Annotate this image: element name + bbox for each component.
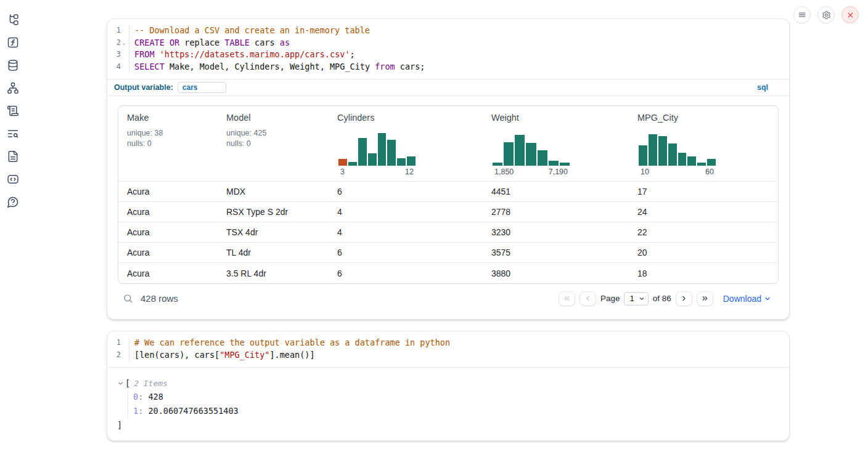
line-number: 2 — [107, 349, 129, 362]
python-code-editor[interactable]: 12 # We can reference the output variabl… — [107, 331, 789, 367]
table-cell: 4451 — [483, 187, 629, 196]
column-header-model: Model unique: 425 nulls: 0 — [218, 106, 329, 181]
table-cell: MDX — [218, 187, 329, 196]
database-icon[interactable] — [6, 59, 20, 72]
histogram-bar — [358, 138, 367, 166]
column-header-cylinders: Cylinders 3 12 — [329, 106, 483, 181]
stat-unique: unique: 425 — [226, 128, 266, 139]
line-number-gutter: 12⌄34 — [107, 25, 129, 73]
shutdown-close-icon[interactable] — [841, 6, 859, 23]
table-row[interactable]: AcuraTSX 4dr4323022 — [118, 222, 778, 243]
table-cell: 3575 — [483, 248, 629, 257]
code-line: FROM 'https://datasets.marimo.app/cars.c… — [134, 49, 789, 61]
column-title: Model — [226, 113, 251, 123]
tree-entry-index: 0: — [133, 392, 143, 402]
table-cell: 24 — [629, 207, 778, 217]
table-cell: Acura — [118, 207, 218, 217]
line-number: 1 — [107, 25, 129, 37]
page-number-value: 1 — [629, 294, 634, 303]
histogram-bar — [658, 136, 667, 166]
python-cell: 12 # We can reference the output variabl… — [107, 331, 790, 441]
data-table: Make unique: 38 nulls: 0 Model unique: 4… — [118, 105, 779, 284]
help-icon[interactable] — [6, 195, 20, 209]
sql-cell-output: Make unique: 38 nulls: 0 Model unique: 4… — [107, 96, 789, 319]
histogram-bar — [549, 161, 559, 166]
top-actions — [793, 6, 859, 23]
code-line: [len(cars), cars["MPG_City"].mean()] — [134, 349, 789, 362]
output-variable-input[interactable] — [178, 82, 226, 93]
output-tree: [ 2 Items 0: 4281: 20.060747663551403 ] — [117, 376, 779, 432]
page-label: Page — [600, 294, 620, 303]
stat-unique: unique: 38 — [127, 128, 163, 139]
line-number: 2⌄ — [107, 37, 129, 49]
sidebar — [6, 13, 20, 209]
python-cell-output: [ 2 Items 0: 4281: 20.060747663551403 ] — [107, 367, 789, 440]
stat-nulls: nulls: 0 — [226, 139, 266, 149]
settings-gear-icon[interactable] — [817, 6, 835, 23]
column-title: Cylinders — [337, 113, 374, 123]
histogram-bar — [387, 140, 396, 166]
histogram-max-label: 60 — [705, 168, 714, 176]
chevron-down-icon — [639, 296, 645, 302]
table-cell: Acura — [118, 227, 218, 237]
histogram-bar — [707, 159, 716, 166]
function-icon[interactable] — [6, 36, 20, 49]
tree-entry-index: 1: — [133, 406, 143, 416]
output-variable-row: Output variable: sql — [107, 79, 789, 96]
sql-cell: 12⌄34 -- Download a CSV and create an in… — [107, 18, 790, 320]
table-row[interactable]: AcuraMDX6445117 — [118, 182, 778, 202]
histogram-bar — [515, 135, 525, 166]
page-number-select[interactable]: 1 — [624, 292, 648, 305]
table-row[interactable]: AcuraTL 4dr6357520 — [118, 243, 778, 263]
histogram-bar — [697, 163, 706, 166]
table-row[interactable]: AcuraRSX Type S 2dr4277824 — [118, 202, 778, 222]
file-tree-icon[interactable] — [6, 13, 20, 26]
histogram-bar — [678, 153, 687, 166]
table-cell: 18 — [629, 269, 778, 278]
histogram-bar — [368, 153, 377, 166]
stat-nulls: nulls: 0 — [127, 139, 163, 149]
table-row[interactable]: Acura3.5 RL 4dr6388018 — [118, 263, 778, 283]
table-cell: Acura — [118, 248, 218, 257]
histogram-min-label: 1,850 — [494, 168, 514, 176]
column-stats: unique: 425 nulls: 0 — [226, 128, 266, 149]
column-header-weight: Weight 1,850 7,190 — [483, 106, 629, 181]
next-page-button[interactable] — [676, 291, 692, 306]
table-header-row: Make unique: 38 nulls: 0 Model unique: 4… — [118, 106, 778, 182]
table-cell: 3880 — [483, 269, 629, 278]
logs-search-icon[interactable] — [6, 127, 20, 140]
tree-entry-value: 428 — [143, 392, 163, 402]
tree-entries: 0: 4281: 20.060747663551403 — [128, 390, 779, 418]
download-label: Download — [723, 294, 761, 304]
tree-entry: 0: 428 — [133, 390, 779, 404]
last-page-button[interactable] — [697, 291, 713, 306]
table-cell: 20 — [629, 248, 778, 257]
collapse-chevron-icon[interactable] — [117, 380, 124, 387]
snippets-icon[interactable] — [6, 172, 20, 186]
tree-entry-value: 20.060747663551403 — [143, 406, 238, 416]
table-cell: 22 — [629, 227, 778, 237]
line-number: 1 — [107, 337, 129, 349]
dependency-graph-icon[interactable] — [6, 81, 20, 95]
weight-histogram: 1,850 7,190 — [493, 133, 570, 176]
histogram-bar — [538, 150, 547, 166]
histogram-bar — [504, 142, 514, 166]
previous-page-button[interactable] — [579, 291, 596, 306]
column-header-make: Make unique: 38 nulls: 0 — [118, 106, 218, 181]
code-lines: -- Download a CSV and create an in-memor… — [129, 25, 789, 73]
menu-icon[interactable] — [793, 6, 811, 23]
mpg-city-histogram: 10 60 — [639, 133, 716, 176]
sql-code-editor[interactable]: 12⌄34 -- Download a CSV and create an in… — [107, 19, 789, 79]
scroll-icon[interactable] — [6, 104, 20, 118]
histogram-range-labels: 10 60 — [639, 168, 716, 176]
document-icon[interactable] — [6, 150, 20, 163]
table-cell: 4 — [329, 207, 483, 217]
notebook: 12⌄34 -- Download a CSV and create an in… — [107, 18, 790, 441]
fold-chevron-icon[interactable]: ⌄ — [121, 37, 128, 49]
row-count-label: 428 rows — [141, 293, 178, 304]
first-page-button[interactable] — [559, 291, 575, 306]
histogram-min-label: 10 — [641, 168, 649, 176]
download-button[interactable]: Download — [723, 294, 771, 304]
search-icon[interactable] — [123, 293, 133, 304]
histogram-max-label: 12 — [405, 168, 414, 176]
